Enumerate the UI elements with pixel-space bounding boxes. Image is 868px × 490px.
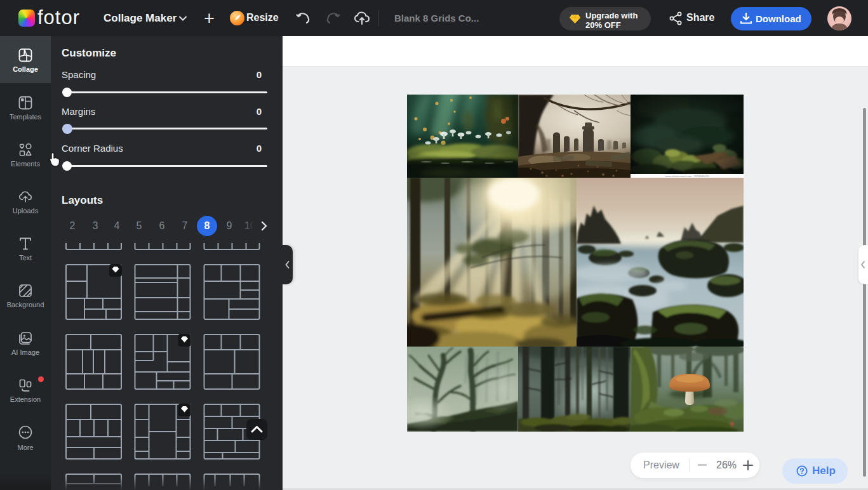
svg-text:www.shutterstock.com · 2253045: www.shutterstock.com · 2253045413 [665, 175, 709, 178]
